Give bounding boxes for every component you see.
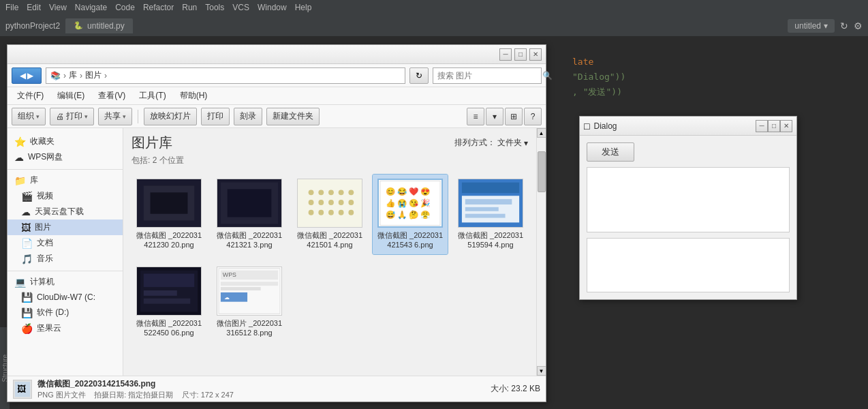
dialog-text-area-top[interactable] bbox=[587, 167, 790, 232]
file-item-7[interactable]: WPS ☁ 微信图片 _2022031316512 8.png bbox=[212, 262, 287, 342]
dialog-minimize-btn[interactable]: ─ bbox=[756, 120, 768, 132]
ide-settings-icon[interactable]: ⚙ bbox=[854, 20, 863, 31]
svg-text:☁: ☁ bbox=[224, 294, 230, 300]
fe-view-btn-layout[interactable]: ⊞ bbox=[505, 108, 523, 125]
fe-view-btn-1[interactable]: ≡ bbox=[467, 108, 484, 125]
fe-scroll-down-btn[interactable]: ▼ bbox=[537, 366, 546, 376]
fe-burn-btn[interactable]: 刻录 bbox=[234, 108, 262, 125]
sidebar-item-documents[interactable]: 📄 文档 bbox=[7, 235, 123, 251]
dialog-text-area-bottom[interactable] bbox=[587, 238, 790, 292]
file-item-1[interactable]: 微信截图 _2022031421230 20.png bbox=[131, 175, 206, 254]
ide-menu-window[interactable]: Window bbox=[258, 3, 287, 12]
sidebar-item-favorites[interactable]: ⭐ 收藏夹 bbox=[7, 134, 123, 149]
search-icon: 🔍 bbox=[542, 71, 553, 80]
ide-menu-help[interactable]: Help bbox=[295, 3, 312, 12]
file-item-6[interactable]: 微信截图 _2022031522450 06.png bbox=[131, 262, 206, 342]
fe-status-details: PNG 图片文件 拍摄日期: 指定拍摄日期 尺寸: 172 x 247 bbox=[37, 390, 485, 400]
fe-menu-file[interactable]: 文件(F) bbox=[12, 89, 49, 103]
fe-view-btn-2[interactable]: ▾ bbox=[486, 108, 503, 125]
fe-sort-btn[interactable]: 排列方式： 文件夹 ▾ bbox=[454, 137, 528, 149]
fe-help-btn[interactable]: ? bbox=[524, 108, 542, 125]
ide-menu-file[interactable]: File bbox=[5, 3, 18, 12]
svg-rect-44 bbox=[144, 273, 194, 287]
ide-untitled-dropdown[interactable]: untitled ▾ bbox=[788, 19, 835, 33]
fe-view-btns: ≡ ▾ ⊞ ? bbox=[467, 108, 542, 125]
fe-path-box[interactable]: 📚 › 库 › 图片 › bbox=[46, 67, 405, 84]
sidebar-item-music[interactable]: 🎵 音乐 bbox=[7, 251, 123, 267]
fe-status-dimensions-label: 尺寸: bbox=[182, 391, 199, 399]
printer-icon: 🖨 bbox=[56, 112, 64, 121]
ide-menu-edit[interactable]: Edit bbox=[27, 3, 41, 12]
fe-newfolder-btn[interactable]: 新建文件夹 bbox=[266, 108, 320, 125]
ide-menu-tools[interactable]: Tools bbox=[205, 3, 224, 12]
file-item-4[interactable]: 😊 😂 ❤️ 😍 👍 😭 😘 🎉 😅 🙏 🤔 bbox=[373, 175, 448, 254]
path-part-1: 库 bbox=[69, 70, 77, 81]
sidebar-item-video[interactable]: 🎬 视频 bbox=[7, 188, 123, 204]
sidebar-item-library[interactable]: 📁 库 bbox=[7, 172, 123, 188]
fe-organize-btn[interactable]: 组织 ▾ bbox=[12, 108, 46, 125]
fe-back-btn[interactable]: ◀ ▶ bbox=[12, 67, 42, 84]
fe-menu-help[interactable]: 帮助(H) bbox=[174, 89, 213, 103]
fe-search-input[interactable] bbox=[437, 71, 540, 80]
fe-library-subtitle: 包括: 2 个位置 bbox=[129, 155, 531, 166]
fe-menubar: 文件(F) 编辑(E) 查看(V) 工具(T) 帮助(H) bbox=[7, 87, 546, 105]
fe-scroll-up-btn[interactable]: ▲ bbox=[537, 128, 546, 138]
fe-open-btn[interactable]: 🖨 打印 ▾ bbox=[50, 108, 94, 125]
fe-menu-tools[interactable]: 工具(T) bbox=[134, 89, 171, 103]
python-file-icon: 🐍 bbox=[74, 21, 83, 30]
computer-icon: 💻 bbox=[14, 277, 26, 288]
sidebar-item-wps-label: WPS网盘 bbox=[28, 151, 63, 163]
path-library-icon: 📚 bbox=[50, 71, 61, 80]
dialog-maximize-btn[interactable]: □ bbox=[768, 120, 780, 132]
dialog-content: 发送 bbox=[580, 136, 796, 299]
ide-menu-refactor[interactable]: Refactor bbox=[143, 3, 174, 12]
ide-refresh-icon[interactable]: ↻ bbox=[840, 20, 848, 31]
ide-menu-navigate[interactable]: Navigate bbox=[75, 3, 107, 12]
file-item-3[interactable]: 微信截图 _2022031421501 4.png bbox=[292, 175, 367, 254]
ide-menu-run[interactable]: Run bbox=[182, 3, 197, 12]
fe-slideshow-btn[interactable]: 放映幻灯片 bbox=[144, 108, 197, 125]
svg-text:👍: 👍 bbox=[386, 198, 396, 208]
fe-menu-view[interactable]: 查看(V) bbox=[93, 89, 131, 103]
sidebar-item-drive-d[interactable]: 💾 软件 (D:) bbox=[7, 305, 123, 320]
path-sep-3: › bbox=[104, 71, 107, 80]
ide-menu-code[interactable]: Code bbox=[115, 3, 135, 12]
fe-print-btn[interactable]: 打印 bbox=[201, 108, 230, 125]
fe-menu-edit[interactable]: 编辑(E) bbox=[52, 89, 90, 103]
fe-share-btn[interactable]: 共享 ▾ bbox=[98, 108, 132, 125]
file-item-2[interactable]: 微信截图 _2022031421321 3.png bbox=[212, 175, 287, 254]
sidebar-item-pictures[interactable]: 🖼 图片 bbox=[7, 219, 123, 235]
path-sep-2: › bbox=[80, 71, 82, 80]
svg-text:🤔: 🤔 bbox=[409, 210, 419, 219]
fe-content: ⭐ 收藏夹 ☁ WPS网盘 📁 库 🎬 视频 ☁ bbox=[7, 128, 546, 376]
fe-library-header: 图片库 排列方式： 文件夹 ▾ bbox=[129, 134, 531, 152]
file-item-5[interactable]: 微信截图 _2022031519594 4.png bbox=[453, 175, 528, 254]
fe-minimize-btn[interactable]: ─ bbox=[499, 48, 512, 61]
file-thumb-3 bbox=[297, 179, 362, 228]
sidebar-item-computer[interactable]: 💻 计算机 bbox=[7, 274, 123, 290]
sidebar-item-documents-label: 文档 bbox=[37, 237, 53, 249]
svg-text:😍: 😍 bbox=[420, 187, 431, 196]
fe-file-grid: 微信截图 _2022031421230 20.png 微信截图 _2022031… bbox=[129, 172, 531, 257]
svg-point-16 bbox=[348, 200, 354, 205]
sidebar-item-pictures-label: 图片 bbox=[35, 222, 51, 233]
ide-tab-untitled[interactable]: 🐍 untitled.py bbox=[65, 18, 133, 33]
svg-text:😅: 😅 bbox=[386, 210, 396, 219]
fe-refresh-btn[interactable]: ↻ bbox=[409, 67, 429, 84]
dialog-close-btn[interactable]: ✕ bbox=[780, 120, 792, 132]
fe-search-box[interactable]: 🔍 bbox=[433, 67, 542, 84]
dialog-send-btn[interactable]: 发送 bbox=[587, 142, 634, 162]
dialog-window: □ Dialog ─ □ ✕ 发送 bbox=[579, 116, 797, 300]
sidebar-item-drive-c-label: ClouDiw-W7 (C: bbox=[37, 292, 95, 302]
sidebar-item-video-label: 视频 bbox=[37, 190, 53, 202]
fe-open-label: 打印 bbox=[66, 110, 82, 122]
ide-menu-vcs[interactable]: VCS bbox=[232, 3, 249, 12]
sidebar-item-jianguo[interactable]: 🍎 坚果云 bbox=[7, 320, 123, 336]
fe-close-btn[interactable]: ✕ bbox=[529, 48, 542, 61]
sidebar-item-wps[interactable]: ☁ WPS网盘 bbox=[7, 149, 123, 165]
sidebar-item-drive-c[interactable]: 💾 ClouDiw-W7 (C: bbox=[7, 290, 123, 305]
fe-scroll-thumb[interactable] bbox=[538, 151, 546, 192]
sidebar-item-cloud[interactable]: ☁ 天翼云盘下载 bbox=[7, 204, 123, 219]
ide-menu-view[interactable]: View bbox=[49, 3, 67, 12]
fe-maximize-btn[interactable]: □ bbox=[514, 48, 527, 61]
